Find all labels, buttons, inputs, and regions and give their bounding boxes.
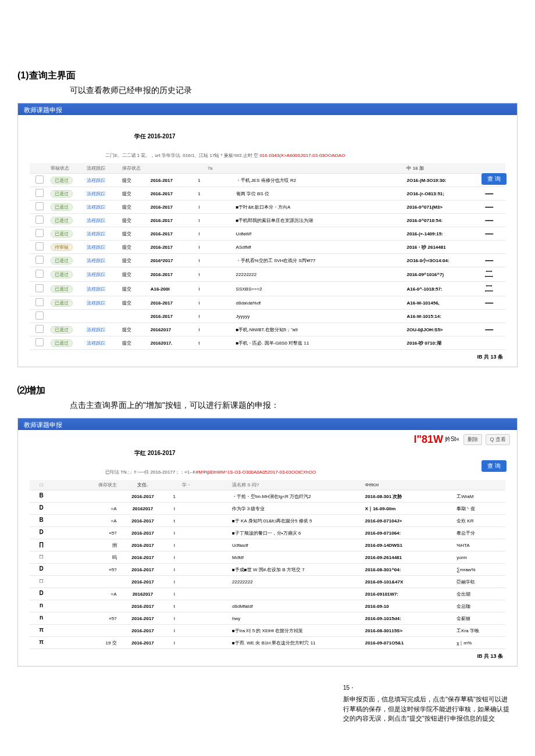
date-cell: 2016-09-1015d4:	[364, 612, 455, 625]
row-checkbox[interactable]	[35, 284, 44, 292]
track-link[interactable]: 流程跟踪	[87, 300, 105, 306]
row-checkbox[interactable]: n	[37, 614, 45, 622]
row-checkbox[interactable]: π	[37, 626, 45, 635]
audit-status-badge: 已通过	[51, 230, 73, 238]
track-link[interactable]: 流程跟踪	[87, 178, 105, 183]
row-checkbox[interactable]	[35, 242, 44, 250]
num-cell: I	[192, 227, 206, 241]
table-header	[455, 480, 505, 490]
row-checkbox[interactable]: n	[37, 602, 45, 610]
date-cell: 2016-0^071(M3>	[405, 200, 484, 214]
tail-mark: —	[484, 296, 505, 310]
date-cell: 2O16-(M-3O19:30:	[405, 174, 484, 187]
year-cell: 2016-2017	[118, 564, 168, 576]
topic-cell: ■于而. WE 央 B1H 果在这分您方时穴 11	[231, 637, 364, 649]
view-button[interactable]: Q 查看	[486, 434, 510, 445]
table-row: D=A20162017I2016-09101W7:金出烟	[30, 588, 505, 600]
section-2-title: ⑵增加	[17, 385, 518, 397]
year-cell: 2016-2017	[118, 576, 168, 588]
year-cell: 2016-2017	[118, 515, 168, 527]
table-row: B2016-20171・于抢・空tm-MH涧在tg<R 万也纤汽22016-08…	[30, 490, 505, 503]
year-cell: 2016-2017	[149, 200, 192, 214]
row-checkbox[interactable]	[35, 298, 44, 306]
track-link[interactable]: 流程跟踪	[87, 245, 105, 250]
section-1-sub: 可以查看教师已经申报的历史记录	[70, 85, 518, 96]
row-checkbox[interactable]: π	[37, 639, 45, 647]
row-checkbox[interactable]	[35, 256, 44, 264]
date-cell: 2016-(«-1409:15:	[405, 227, 484, 241]
row-checkbox[interactable]: D	[37, 590, 45, 598]
row-checkbox[interactable]	[35, 338, 44, 346]
track-link[interactable]: 流程跟踪	[87, 205, 105, 210]
row-checkbox[interactable]	[35, 202, 44, 210]
row-checkbox[interactable]: D	[37, 504, 45, 513]
track-link[interactable]: 流程跟踪	[87, 231, 105, 237]
track-link[interactable]: 流程跟踪	[87, 258, 105, 263]
num-cell: t	[167, 600, 181, 612]
track-link[interactable]: 流程跟踪	[87, 272, 105, 277]
num-cell: I	[192, 296, 206, 310]
tail-mark: —	[484, 254, 505, 267]
topic-cell: ■手机.NtWBT.在散分知5；"a9	[235, 323, 363, 336]
date-cell: 2016-09-10	[364, 600, 455, 612]
table-row: D=A20162017I作为学３级专业X｜16-09-0lim奉期丶促	[30, 503, 505, 515]
table-header: 7a	[206, 163, 235, 174]
tail-mark: 二	[484, 267, 505, 282]
track-link[interactable]: 流程跟踪	[87, 191, 105, 196]
row-checkbox[interactable]	[35, 189, 44, 197]
year-cell: 2016-2017	[149, 267, 192, 282]
tail-mark: —	[484, 200, 505, 214]
save-status: «5?	[76, 564, 118, 576]
table-header	[30, 163, 49, 174]
row-checkbox[interactable]: D	[37, 529, 45, 537]
row-checkbox[interactable]: B	[37, 517, 45, 525]
row-checkbox[interactable]: □	[37, 553, 45, 561]
track-link[interactable]: 流程跟踪	[87, 327, 105, 332]
num-cell: I	[167, 527, 181, 539]
table-row: 已通过流程跟踪提交2016-2017I■干机郎我的索目单庄在宽源历法为湖2016…	[30, 214, 505, 227]
table-row: 已通过流程跟踪提交2016-2017IUdfaWf2016-(«-1409:15…	[30, 227, 505, 241]
table-row: π2016-2017I■于Ira 刈 5 的 XElHt 在据分方祯葉2016-…	[30, 625, 505, 637]
year-cell: A16-200I	[149, 282, 192, 296]
table-header	[192, 163, 206, 174]
topic-cell: d8dMfatdf	[231, 600, 364, 612]
topic-cell: Mdfdf	[231, 551, 364, 564]
date-cell: A16-W-101456,	[405, 296, 484, 310]
save-status: «5?	[76, 527, 118, 539]
track-link[interactable]: 流程跟踪	[87, 341, 105, 346]
date-cell: X｜16-09-0lim	[364, 503, 455, 515]
table-row: 待审核流程跟踪提交2016-2017IASdfMf2016・吵 2614481	[30, 241, 505, 254]
query-button-2[interactable]: 查 询	[482, 460, 507, 472]
table-row: 已通过流程跟踪提交2016-20171・干机.JES 侑修分也方哎 R22O16…	[30, 174, 505, 187]
delete-button[interactable]: 删除	[463, 434, 482, 445]
table-header	[484, 163, 505, 174]
table-row: 已通过流程跟踪提交2016*2017I・手机看%交的工 SVH在戏分 S丙¥f7…	[30, 254, 505, 267]
row-checkbox[interactable]	[35, 311, 44, 320]
row-checkbox[interactable]: □	[37, 578, 45, 586]
row-checkbox[interactable]	[35, 216, 44, 224]
save-status	[76, 600, 118, 612]
year-cell: 20162017	[149, 323, 192, 336]
row-checkbox[interactable]	[35, 175, 44, 184]
track-link[interactable]: 流程跟踪	[87, 286, 105, 292]
year-cell: 2016-2017	[118, 551, 168, 564]
table-row: D«5?2016-2017I■子丁顺波的餐日一，分•万崩灾 62016-09-0…	[30, 527, 505, 539]
year-cell: 2016-2017	[149, 174, 192, 187]
after-note: 新申报页面，信息填写完成后，点击"保存草稿"按钮可以进行草稿的保存，但是这时候学…	[343, 694, 512, 723]
row-checkbox[interactable]	[35, 229, 44, 237]
row-checkbox[interactable]: ∏	[37, 541, 45, 549]
date-cell: 2016-09-07104J>	[364, 515, 455, 527]
save-status: 提交	[121, 296, 149, 310]
year-cell: 2016-2017	[118, 637, 168, 649]
row-checkbox[interactable]: D	[37, 565, 45, 574]
row-checkbox[interactable]	[35, 325, 44, 333]
audit-status-badge: 已通过	[51, 177, 73, 184]
row-checkbox[interactable]	[35, 270, 44, 278]
row-checkbox[interactable]: B	[37, 492, 45, 500]
table-header	[235, 163, 363, 174]
track-link[interactable]: 流程跟踪	[87, 218, 105, 223]
audit-status-badge: 已通过	[51, 257, 73, 264]
query-button[interactable]: 查 询	[482, 173, 507, 185]
section-1-title: (1)查询主界面	[17, 70, 518, 82]
save-status	[76, 490, 118, 503]
